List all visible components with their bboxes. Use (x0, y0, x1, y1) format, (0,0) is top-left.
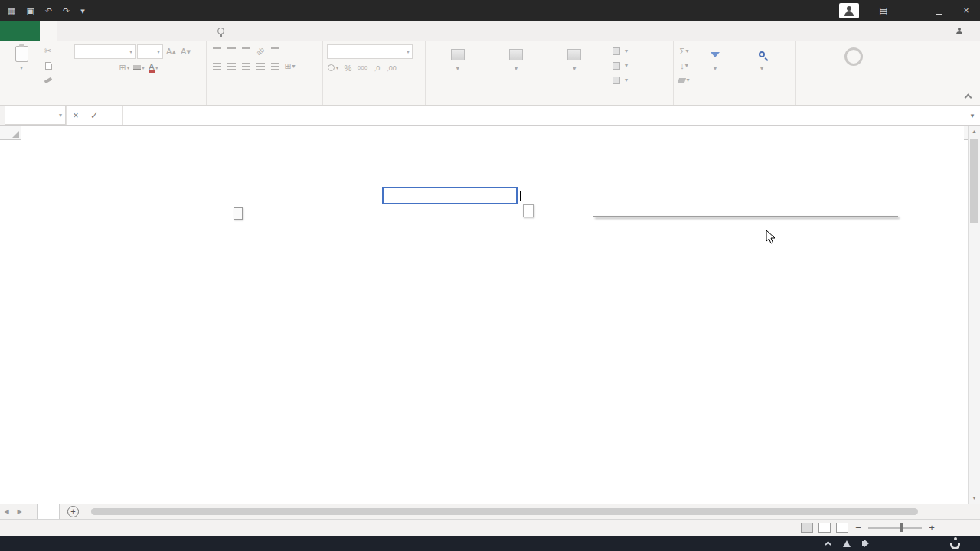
horizontal-scrollbar[interactable] (90, 507, 969, 516)
comma-style-button[interactable]: 000 (356, 61, 369, 74)
copy-button[interactable] (41, 59, 54, 72)
tab-data[interactable] (107, 21, 124, 41)
font-size-select[interactable]: ▾ (137, 44, 163, 59)
decrease-indent-button[interactable] (254, 60, 267, 73)
fill-button[interactable]: ↓▾ (678, 59, 691, 72)
insert-cells-button[interactable]: ▾ (610, 44, 670, 58)
minimize-button[interactable]: — (897, 0, 925, 21)
redo-button[interactable]: ↷ (63, 7, 70, 15)
increase-decimal-button[interactable]: ,0 (371, 61, 384, 74)
paste-button[interactable]: ▾ (4, 44, 39, 86)
zoom-slider[interactable] (868, 527, 922, 529)
zoom-out-button[interactable]: − (854, 522, 863, 533)
tab-power-pivot[interactable] (175, 21, 191, 41)
confidentiality-icon[interactable] (844, 47, 863, 66)
sheet-nav-right-icon[interactable]: ▶ (13, 504, 26, 519)
tab-insert[interactable] (57, 21, 74, 41)
tell-me-search[interactable] (217, 21, 229, 41)
format-cells-button[interactable]: ▾ (610, 73, 670, 87)
collapse-ribbon-chevron-icon[interactable] (965, 94, 972, 102)
align-top-button[interactable] (211, 44, 224, 57)
autocomplete-dropdown (593, 216, 898, 217)
lightbulb-icon (217, 28, 224, 34)
cancel-button[interactable]: × (67, 110, 85, 121)
add-sheet-button[interactable]: + (67, 506, 79, 517)
tab-help[interactable] (158, 21, 175, 41)
bold-button[interactable] (74, 61, 87, 74)
align-bottom-button[interactable] (240, 44, 253, 57)
text-caret (520, 191, 521, 201)
delete-cells-button[interactable]: ▾ (610, 59, 670, 73)
align-right-icon (242, 63, 250, 70)
scroll-down-arrow-icon[interactable]: ▼ (969, 492, 980, 504)
customize-quick-access-chevron-icon[interactable]: ▾ (80, 7, 85, 15)
network-icon[interactable] (843, 540, 851, 547)
increase-indent-button[interactable] (269, 60, 282, 73)
fill-color-icon (133, 65, 141, 70)
enter-button[interactable]: ✓ (85, 110, 103, 121)
file-tab[interactable] (0, 21, 40, 41)
normal-view-button[interactable] (801, 523, 813, 533)
decrease-indent-icon (256, 63, 265, 70)
copy-icon (45, 62, 51, 70)
tray-expand-chevron-icon[interactable] (825, 541, 831, 547)
merge-center-button[interactable]: ⊞▾ (283, 60, 296, 73)
font-color-button[interactable]: А▾ (147, 61, 160, 74)
volume-icon[interactable] (862, 541, 865, 546)
name-box[interactable]: ▾ (5, 106, 66, 125)
undo-button[interactable]: ↶ (45, 7, 52, 15)
select-all-corner[interactable] (0, 126, 21, 140)
zoom-in-button[interactable]: + (927, 522, 936, 533)
tab-page-layout[interactable] (74, 21, 90, 41)
fill-color-button[interactable]: ▾ (132, 61, 145, 74)
decrease-font-button[interactable]: А▾ (179, 45, 192, 58)
user-avatar[interactable] (839, 3, 859, 18)
tab-formulas[interactable] (90, 21, 107, 41)
ribbon-display-options-button[interactable]: ▤ (870, 0, 897, 21)
increase-font-button[interactable]: А▴ (165, 45, 178, 58)
font-name-select[interactable]: ▾ (74, 44, 136, 59)
page-layout-view-button[interactable] (818, 523, 831, 533)
formula-bar-expand-chevron-icon[interactable]: ▾ (965, 106, 980, 125)
borders-button[interactable]: ⊞▾ (118, 61, 131, 74)
orientation-button[interactable]: ab (254, 44, 267, 57)
percent-style-button[interactable]: % (341, 61, 354, 74)
sheet-tab[interactable] (37, 504, 60, 519)
sort-filter-button[interactable]: ▾ (693, 44, 737, 86)
ribbon: ▾ ✂ ▾ ▾ А▴ А▾ (0, 41, 980, 106)
zoom-slider-thumb[interactable] (900, 523, 903, 532)
maximize-button[interactable] (925, 0, 952, 21)
decrease-decimal-button[interactable]: ,00 (385, 61, 398, 74)
tab-review[interactable] (124, 21, 141, 41)
format-painter-button[interactable] (41, 73, 54, 86)
share-button[interactable] (956, 21, 980, 41)
underline-button[interactable] (103, 61, 116, 74)
horizontal-scrollbar-thumb[interactable] (91, 508, 918, 515)
align-center-button[interactable] (225, 60, 238, 73)
sheet-nav-left-icon[interactable]: ◀ (0, 504, 13, 519)
align-right-button[interactable] (240, 60, 253, 73)
number-format-select[interactable]: ▾ (327, 44, 413, 59)
cut-button[interactable]: ✂ (41, 44, 54, 57)
accounting-format-button[interactable]: ▾ (327, 61, 340, 74)
tab-view[interactable] (141, 21, 158, 41)
italic-button[interactable] (89, 61, 102, 74)
align-left-button[interactable] (211, 60, 224, 73)
tab-home[interactable] (40, 21, 57, 41)
formula-input[interactable] (122, 106, 965, 125)
cell-editor-D2[interactable] (518, 188, 593, 203)
page-break-view-button[interactable] (836, 523, 848, 533)
vertical-scrollbar[interactable]: ▲ ▼ (968, 126, 980, 504)
align-middle-button[interactable] (225, 44, 238, 57)
save-button[interactable]: ▣ (26, 7, 34, 15)
find-select-button[interactable]: ▾ (740, 44, 784, 86)
autosum-button[interactable]: Σ▾ (678, 44, 691, 57)
format-as-table-button[interactable]: ▾ (488, 44, 544, 72)
close-button[interactable]: × (952, 0, 980, 21)
clear-button[interactable]: ▾ (678, 73, 691, 86)
vertical-scrollbar-thumb[interactable] (970, 139, 978, 223)
scroll-up-arrow-icon[interactable]: ▲ (969, 126, 980, 137)
conditional-formatting-button[interactable]: ▾ (430, 44, 485, 72)
cell-styles-button[interactable]: ▾ (547, 44, 603, 72)
wrap-text-button[interactable] (269, 44, 282, 57)
